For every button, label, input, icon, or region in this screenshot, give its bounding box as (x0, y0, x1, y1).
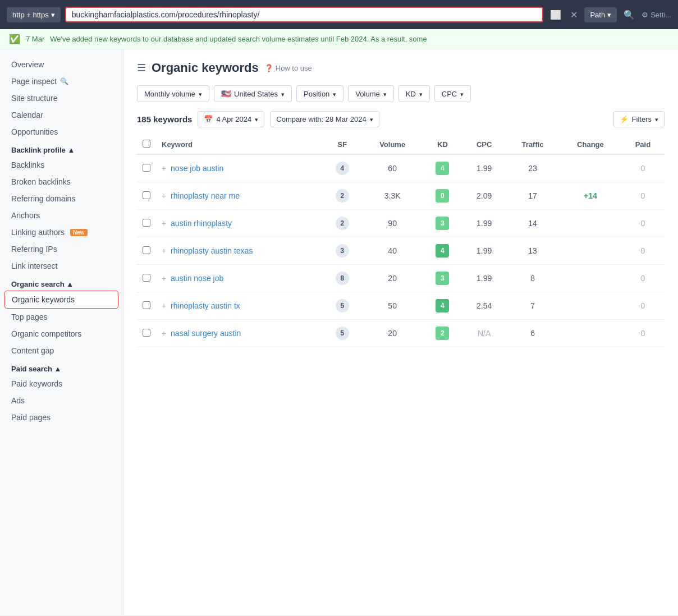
kd-badge: 3 (436, 272, 449, 285)
monthly-volume-filter[interactable]: Monthly volume (137, 85, 209, 102)
row-checkbox[interactable] (143, 274, 150, 282)
kd-badge: 0 (436, 189, 449, 203)
country-filter[interactable]: 🇺🇸 United States (214, 85, 292, 102)
sidebar-item-top-pages[interactable]: Top pages (0, 309, 123, 325)
sidebar-item-site-structure[interactable]: Site structure (0, 90, 123, 107)
close-icon[interactable]: ✕ (568, 7, 580, 22)
row-checkbox[interactable] (143, 164, 150, 172)
search-icon[interactable]: 🔍 (621, 7, 637, 22)
row-checkbox[interactable] (143, 219, 150, 227)
keyword-cell: + austin nose job (156, 265, 322, 292)
hamburger-icon[interactable]: ☰ (137, 62, 146, 74)
kd-cell: 2 (423, 320, 462, 347)
notification-date: 7 Mar (26, 35, 44, 43)
page-header: ☰ Organic keywords ❓ How to use (137, 61, 665, 75)
volume-filter[interactable]: Volume (348, 85, 393, 102)
chevron-down-icon-country (281, 90, 285, 98)
keyword-link[interactable]: nasal surgery austin (171, 329, 241, 338)
row-checkbox[interactable] (143, 191, 150, 199)
cpc-cell: 2.54 (462, 292, 506, 320)
sidebar-item-broken-backlinks[interactable]: Broken backlinks (0, 173, 123, 190)
add-icon[interactable]: + (162, 301, 166, 310)
protocol-dropdown[interactable]: http + https ▾ (7, 7, 61, 22)
traffic-cell: 6 (506, 320, 560, 347)
content-area: ☰ Organic keywords ❓ How to use Monthly … (123, 49, 678, 615)
sidebar-item-backlinks[interactable]: Backlinks (0, 157, 123, 173)
sidebar-item-opportunities[interactable]: Opportunities (0, 123, 123, 140)
kd-filter[interactable]: KD (398, 85, 430, 102)
how-to-use-button[interactable]: ❓ How to use (264, 64, 312, 72)
sidebar-item-link-intersect[interactable]: Link intersect (0, 258, 123, 274)
select-all-checkbox[interactable] (143, 140, 150, 148)
paid-cell: 0 (621, 210, 665, 237)
notification-message: We've added new keywords to our database… (50, 35, 427, 43)
sf-cell: 3 (322, 237, 362, 265)
keyword-cell: + rhinoplasty near me (156, 182, 322, 210)
new-badge: New (70, 229, 88, 236)
keyword-link[interactable]: rhinoplasty austin tx (171, 301, 240, 310)
external-link-icon[interactable]: ⬜ (548, 7, 564, 22)
date-selector[interactable]: 📅 4 Apr 2024 (198, 111, 264, 127)
volume-cell: 50 (363, 292, 423, 320)
cpc-cell: 1.99 (462, 265, 506, 292)
url-input[interactable] (72, 10, 537, 19)
sidebar-item-referring-domains[interactable]: Referring domains (0, 190, 123, 207)
keyword-link[interactable]: austin rhinoplasty (171, 219, 232, 228)
cpc-value: 1.99 (477, 274, 492, 283)
settings-label: Setti... (650, 11, 671, 19)
sidebar-section-paid-search: Paid search ▲ (0, 359, 123, 375)
filters-button[interactable]: ⚡ Filters (613, 111, 665, 127)
sidebar-item-organic-keywords[interactable]: Organic keywords (4, 291, 118, 309)
page-title: Organic keywords (152, 61, 259, 75)
keyword-link[interactable]: austin nose job (171, 274, 223, 283)
row-checkbox[interactable] (143, 329, 150, 337)
sidebar-item-linking-authors[interactable]: Linking authors New (0, 224, 123, 241)
row-checkbox[interactable] (143, 301, 150, 309)
sf-badge: 4 (336, 162, 349, 175)
add-icon[interactable]: + (162, 246, 166, 255)
add-icon[interactable]: + (162, 219, 166, 228)
sidebar-item-ads[interactable]: Ads (0, 392, 123, 409)
monthly-volume-label: Monthly volume (144, 90, 195, 98)
sf-badge: 8 (336, 272, 349, 285)
traffic-cell: 14 (506, 210, 560, 237)
filter-icon: ⚡ (620, 115, 629, 123)
cpc-filter[interactable]: CPC (434, 85, 471, 102)
sidebar-item-paid-keywords[interactable]: Paid keywords (0, 375, 123, 392)
sidebar-item-calendar[interactable]: Calendar (0, 107, 123, 123)
row-checkbox[interactable] (143, 246, 150, 254)
date-label: 4 Apr 2024 (216, 115, 251, 123)
sidebar-item-page-inspect[interactable]: Page inspect 🔍 (0, 73, 123, 90)
cpc-cell: 1.99 (462, 154, 506, 182)
path-dropdown[interactable]: Path ▾ (584, 7, 617, 22)
chevron-down-icon: ▾ (51, 11, 55, 19)
add-icon[interactable]: + (162, 274, 166, 283)
add-icon[interactable]: + (162, 164, 166, 173)
add-icon[interactable]: + (162, 329, 166, 338)
sf-cell: 2 (322, 210, 362, 237)
col-volume: Volume (363, 135, 423, 154)
country-label: United States (234, 90, 278, 98)
cpc-cell: 1.99 (462, 210, 506, 237)
sf-badge: 5 (336, 299, 349, 312)
keyword-link[interactable]: rhinoplasty near me (171, 191, 240, 200)
settings-button[interactable]: ⚙ Setti... (642, 11, 671, 19)
keyword-link[interactable]: rhinoplasty austin texas (171, 246, 253, 255)
kd-badge: 4 (436, 162, 449, 175)
cpc-cell: 1.99 (462, 237, 506, 265)
sidebar-item-overview[interactable]: Overview (0, 56, 123, 73)
sidebar-item-referring-ips[interactable]: Referring IPs (0, 241, 123, 258)
add-icon[interactable]: + (162, 191, 166, 200)
keyword-link[interactable]: nose job austin (171, 164, 223, 173)
volume-cell: 90 (363, 210, 423, 237)
position-filter[interactable]: Position (296, 85, 343, 102)
change-cell (560, 154, 621, 182)
sidebar-item-paid-pages[interactable]: Paid pages (0, 409, 123, 426)
table-row: + austin nose job 8 20 3 1.99 8 0 (137, 265, 665, 292)
compare-selector[interactable]: Compare with: 28 Mar 2024 (270, 111, 379, 127)
protocol-label: http + https (12, 11, 49, 19)
sidebar-item-organic-competitors[interactable]: Organic competitors (0, 325, 123, 342)
chevron-down-icon-date (255, 115, 258, 123)
sidebar-item-anchors[interactable]: Anchors (0, 207, 123, 224)
sidebar-item-content-gap[interactable]: Content gap (0, 342, 123, 359)
